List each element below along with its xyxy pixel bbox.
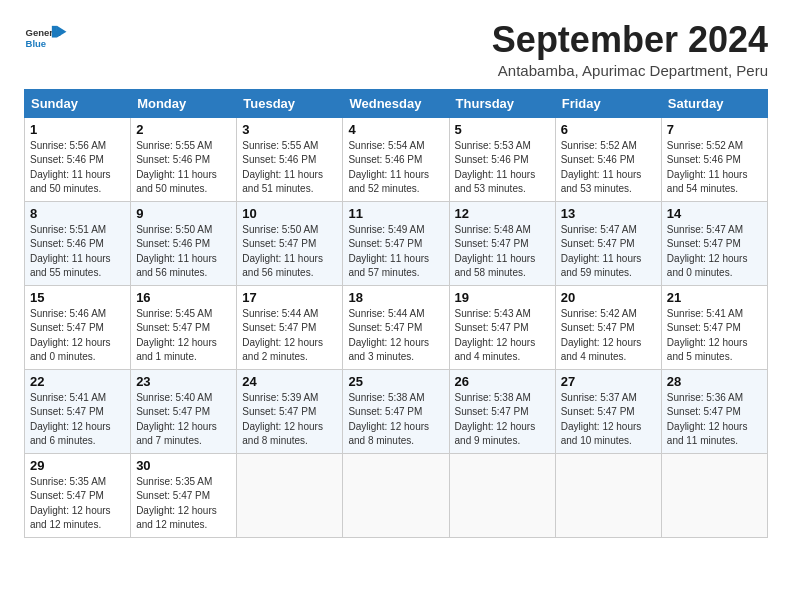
day-number: 30 xyxy=(136,458,231,473)
month-title: September 2024 xyxy=(492,20,768,60)
day-number: 8 xyxy=(30,206,125,221)
day-detail: Sunrise: 5:49 AMSunset: 5:47 PMDaylight:… xyxy=(348,223,443,281)
day-number: 2 xyxy=(136,122,231,137)
day-cell-2: 2Sunrise: 5:55 AMSunset: 5:46 PMDaylight… xyxy=(131,117,237,201)
day-number: 23 xyxy=(136,374,231,389)
day-number: 29 xyxy=(30,458,125,473)
day-detail: Sunrise: 5:47 AMSunset: 5:47 PMDaylight:… xyxy=(561,223,656,281)
calendar-table: SundayMondayTuesdayWednesdayThursdayFrid… xyxy=(24,89,768,538)
svg-rect-3 xyxy=(52,26,57,38)
day-detail: Sunrise: 5:50 AMSunset: 5:47 PMDaylight:… xyxy=(242,223,337,281)
day-cell-23: 23Sunrise: 5:40 AMSunset: 5:47 PMDayligh… xyxy=(131,369,237,453)
day-cell-8: 8Sunrise: 5:51 AMSunset: 5:46 PMDaylight… xyxy=(25,201,131,285)
day-detail: Sunrise: 5:41 AMSunset: 5:47 PMDaylight:… xyxy=(30,391,125,449)
day-cell-4: 4Sunrise: 5:54 AMSunset: 5:46 PMDaylight… xyxy=(343,117,449,201)
week-row-4: 22Sunrise: 5:41 AMSunset: 5:47 PMDayligh… xyxy=(25,369,768,453)
day-cell-15: 15Sunrise: 5:46 AMSunset: 5:47 PMDayligh… xyxy=(25,285,131,369)
day-detail: Sunrise: 5:43 AMSunset: 5:47 PMDaylight:… xyxy=(455,307,550,365)
weekday-header-wednesday: Wednesday xyxy=(343,89,449,117)
day-detail: Sunrise: 5:44 AMSunset: 5:47 PMDaylight:… xyxy=(348,307,443,365)
day-number: 18 xyxy=(348,290,443,305)
day-cell-30: 30Sunrise: 5:35 AMSunset: 5:47 PMDayligh… xyxy=(131,453,237,537)
logo-icon: General Blue xyxy=(24,20,68,58)
day-detail: Sunrise: 5:38 AMSunset: 5:47 PMDaylight:… xyxy=(455,391,550,449)
day-number: 15 xyxy=(30,290,125,305)
day-cell-22: 22Sunrise: 5:41 AMSunset: 5:47 PMDayligh… xyxy=(25,369,131,453)
day-detail: Sunrise: 5:52 AMSunset: 5:46 PMDaylight:… xyxy=(561,139,656,197)
header: General Blue September 2024 Antabamba, A… xyxy=(24,20,768,79)
day-number: 6 xyxy=(561,122,656,137)
empty-cell xyxy=(661,453,767,537)
day-cell-7: 7Sunrise: 5:52 AMSunset: 5:46 PMDaylight… xyxy=(661,117,767,201)
day-cell-17: 17Sunrise: 5:44 AMSunset: 5:47 PMDayligh… xyxy=(237,285,343,369)
day-cell-9: 9Sunrise: 5:50 AMSunset: 5:46 PMDaylight… xyxy=(131,201,237,285)
day-detail: Sunrise: 5:37 AMSunset: 5:47 PMDaylight:… xyxy=(561,391,656,449)
day-cell-24: 24Sunrise: 5:39 AMSunset: 5:47 PMDayligh… xyxy=(237,369,343,453)
weekday-header-friday: Friday xyxy=(555,89,661,117)
day-number: 3 xyxy=(242,122,337,137)
day-cell-26: 26Sunrise: 5:38 AMSunset: 5:47 PMDayligh… xyxy=(449,369,555,453)
day-detail: Sunrise: 5:44 AMSunset: 5:47 PMDaylight:… xyxy=(242,307,337,365)
empty-cell xyxy=(555,453,661,537)
day-detail: Sunrise: 5:41 AMSunset: 5:47 PMDaylight:… xyxy=(667,307,762,365)
day-number: 22 xyxy=(30,374,125,389)
empty-cell xyxy=(237,453,343,537)
day-cell-16: 16Sunrise: 5:45 AMSunset: 5:47 PMDayligh… xyxy=(131,285,237,369)
day-detail: Sunrise: 5:56 AMSunset: 5:46 PMDaylight:… xyxy=(30,139,125,197)
day-detail: Sunrise: 5:54 AMSunset: 5:46 PMDaylight:… xyxy=(348,139,443,197)
day-detail: Sunrise: 5:50 AMSunset: 5:46 PMDaylight:… xyxy=(136,223,231,281)
week-row-1: 1Sunrise: 5:56 AMSunset: 5:46 PMDaylight… xyxy=(25,117,768,201)
day-number: 25 xyxy=(348,374,443,389)
day-detail: Sunrise: 5:40 AMSunset: 5:47 PMDaylight:… xyxy=(136,391,231,449)
day-number: 19 xyxy=(455,290,550,305)
day-detail: Sunrise: 5:38 AMSunset: 5:47 PMDaylight:… xyxy=(348,391,443,449)
day-detail: Sunrise: 5:55 AMSunset: 5:46 PMDaylight:… xyxy=(136,139,231,197)
day-number: 5 xyxy=(455,122,550,137)
day-cell-18: 18Sunrise: 5:44 AMSunset: 5:47 PMDayligh… xyxy=(343,285,449,369)
day-number: 13 xyxy=(561,206,656,221)
day-detail: Sunrise: 5:39 AMSunset: 5:47 PMDaylight:… xyxy=(242,391,337,449)
day-cell-14: 14Sunrise: 5:47 AMSunset: 5:47 PMDayligh… xyxy=(661,201,767,285)
day-detail: Sunrise: 5:36 AMSunset: 5:47 PMDaylight:… xyxy=(667,391,762,449)
day-number: 21 xyxy=(667,290,762,305)
svg-text:Blue: Blue xyxy=(26,38,47,49)
day-number: 26 xyxy=(455,374,550,389)
empty-cell xyxy=(343,453,449,537)
day-detail: Sunrise: 5:53 AMSunset: 5:46 PMDaylight:… xyxy=(455,139,550,197)
day-cell-19: 19Sunrise: 5:43 AMSunset: 5:47 PMDayligh… xyxy=(449,285,555,369)
day-cell-13: 13Sunrise: 5:47 AMSunset: 5:47 PMDayligh… xyxy=(555,201,661,285)
weekday-header-monday: Monday xyxy=(131,89,237,117)
day-number: 4 xyxy=(348,122,443,137)
day-cell-28: 28Sunrise: 5:36 AMSunset: 5:47 PMDayligh… xyxy=(661,369,767,453)
weekday-header-thursday: Thursday xyxy=(449,89,555,117)
day-cell-25: 25Sunrise: 5:38 AMSunset: 5:47 PMDayligh… xyxy=(343,369,449,453)
weekday-header-sunday: Sunday xyxy=(25,89,131,117)
day-cell-20: 20Sunrise: 5:42 AMSunset: 5:47 PMDayligh… xyxy=(555,285,661,369)
week-row-3: 15Sunrise: 5:46 AMSunset: 5:47 PMDayligh… xyxy=(25,285,768,369)
day-detail: Sunrise: 5:35 AMSunset: 5:47 PMDaylight:… xyxy=(136,475,231,533)
day-number: 28 xyxy=(667,374,762,389)
svg-marker-2 xyxy=(57,26,67,38)
week-row-2: 8Sunrise: 5:51 AMSunset: 5:46 PMDaylight… xyxy=(25,201,768,285)
day-number: 12 xyxy=(455,206,550,221)
weekday-header-row: SundayMondayTuesdayWednesdayThursdayFrid… xyxy=(25,89,768,117)
day-cell-5: 5Sunrise: 5:53 AMSunset: 5:46 PMDaylight… xyxy=(449,117,555,201)
day-number: 20 xyxy=(561,290,656,305)
day-detail: Sunrise: 5:42 AMSunset: 5:47 PMDaylight:… xyxy=(561,307,656,365)
week-row-5: 29Sunrise: 5:35 AMSunset: 5:47 PMDayligh… xyxy=(25,453,768,537)
day-cell-11: 11Sunrise: 5:49 AMSunset: 5:47 PMDayligh… xyxy=(343,201,449,285)
day-detail: Sunrise: 5:45 AMSunset: 5:47 PMDaylight:… xyxy=(136,307,231,365)
empty-cell xyxy=(449,453,555,537)
day-detail: Sunrise: 5:48 AMSunset: 5:47 PMDaylight:… xyxy=(455,223,550,281)
day-number: 14 xyxy=(667,206,762,221)
day-cell-6: 6Sunrise: 5:52 AMSunset: 5:46 PMDaylight… xyxy=(555,117,661,201)
day-cell-12: 12Sunrise: 5:48 AMSunset: 5:47 PMDayligh… xyxy=(449,201,555,285)
day-detail: Sunrise: 5:35 AMSunset: 5:47 PMDaylight:… xyxy=(30,475,125,533)
day-cell-3: 3Sunrise: 5:55 AMSunset: 5:46 PMDaylight… xyxy=(237,117,343,201)
day-cell-29: 29Sunrise: 5:35 AMSunset: 5:47 PMDayligh… xyxy=(25,453,131,537)
title-area: September 2024 Antabamba, Apurimac Depar… xyxy=(492,20,768,79)
day-number: 10 xyxy=(242,206,337,221)
day-cell-21: 21Sunrise: 5:41 AMSunset: 5:47 PMDayligh… xyxy=(661,285,767,369)
day-number: 24 xyxy=(242,374,337,389)
day-cell-27: 27Sunrise: 5:37 AMSunset: 5:47 PMDayligh… xyxy=(555,369,661,453)
